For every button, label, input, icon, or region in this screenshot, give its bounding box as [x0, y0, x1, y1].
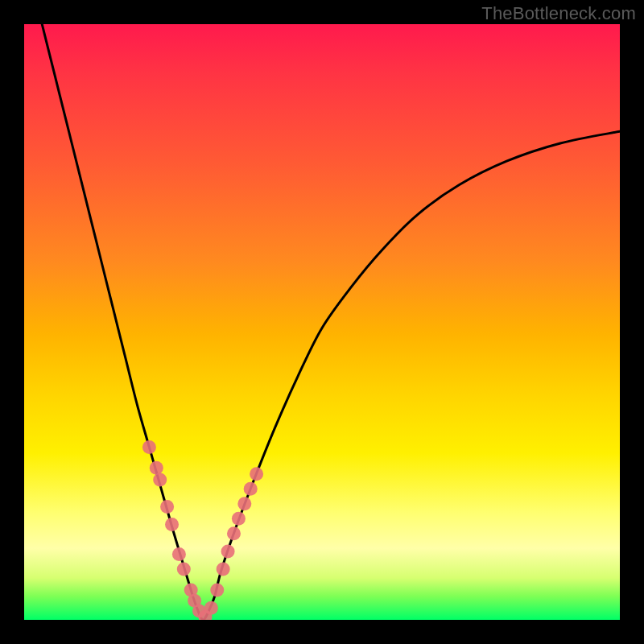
highlight-dot — [250, 467, 263, 481]
highlight-dot — [204, 601, 218, 615]
highlight-dot — [210, 584, 224, 597]
curve-svg — [24, 24, 620, 620]
highlight-dot — [153, 473, 167, 487]
watermark-text: TheBottleneck.com — [481, 3, 636, 24]
highlight-dot — [172, 547, 186, 561]
highlight-dot — [244, 482, 258, 496]
highlight-dots — [142, 440, 263, 620]
highlight-dot — [227, 526, 241, 540]
bottleneck-curve — [42, 24, 620, 620]
highlight-dot — [160, 500, 174, 514]
highlight-dot — [165, 518, 179, 531]
highlight-dot — [237, 497, 251, 510]
plot-area — [24, 24, 620, 620]
highlight-dot — [221, 544, 235, 558]
highlight-dot — [150, 461, 163, 475]
highlight-dot — [217, 563, 230, 576]
highlight-dot — [142, 440, 156, 454]
chart-container: TheBottleneck.com — [0, 0, 644, 644]
highlight-dot — [177, 563, 191, 576]
highlight-dot — [232, 512, 246, 526]
